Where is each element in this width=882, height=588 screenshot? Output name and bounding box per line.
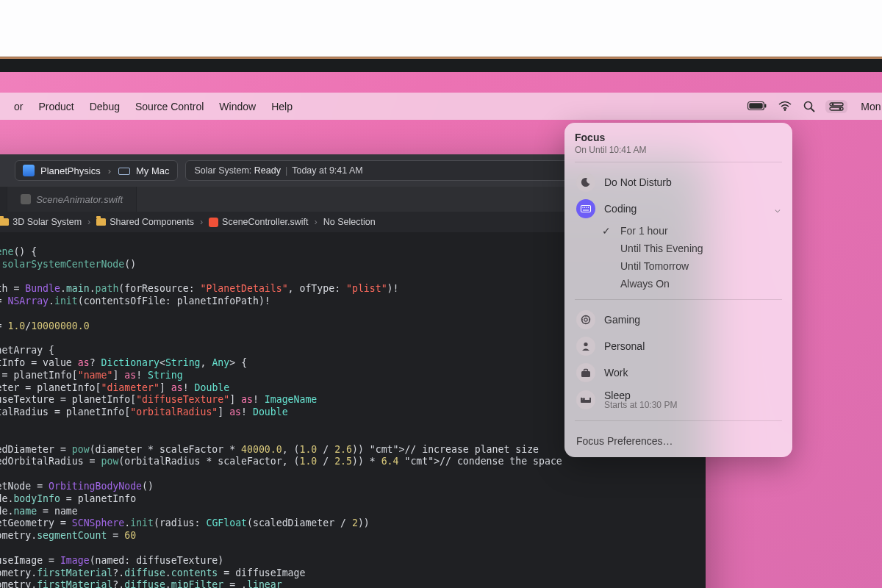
folder-icon [96, 218, 106, 226]
focus-mode-gaming[interactable]: Gaming [575, 306, 782, 333]
menu-help[interactable]: Help [271, 101, 293, 112]
breadcrumb-item[interactable]: No Selection [323, 217, 376, 227]
focus-dnd-label: Do Not Disturb [604, 176, 672, 188]
focus-mode-personal[interactable]: Personal [575, 333, 782, 359]
focus-mode-label: Work [604, 367, 628, 379]
svg-point-17 [588, 207, 589, 208]
svg-point-9 [839, 107, 842, 110]
focus-mode-work[interactable]: Work [575, 359, 782, 386]
focus-duration-label: Always On [620, 278, 670, 290]
focus-duration-label: Until This Evening [620, 243, 703, 254]
svg-rect-29 [589, 398, 591, 401]
activity-viewer: Solar System: Ready | Today at 9:41 AM [185, 160, 597, 181]
focus-dnd[interactable]: Do Not Disturb [575, 169, 782, 196]
svg-rect-25 [581, 371, 590, 377]
breadcrumb-label: No Selection [323, 217, 376, 227]
focus-duration-label: Until Tomorrow [620, 260, 689, 272]
gaming-icon [576, 310, 595, 329]
personal-icon [576, 337, 595, 356]
svg-point-24 [584, 343, 587, 346]
spotlight-icon[interactable] [803, 101, 815, 112]
tab-label: SceneAnimator.swift [36, 194, 123, 205]
focus-active-label: Coding [604, 203, 637, 215]
svg-rect-12 [581, 206, 591, 212]
svg-rect-1 [750, 103, 763, 108]
focus-preferences[interactable]: Focus Preferences… [575, 428, 782, 450]
scheme-target: PlanetPhysics [40, 165, 101, 176]
checkmark-icon: ✓ [600, 225, 613, 237]
menu-source-control[interactable]: Source Control [135, 101, 204, 112]
svg-rect-30 [582, 398, 585, 401]
breadcrumb-item[interactable]: Shared Components [96, 217, 194, 227]
menu-or[interactable]: or [14, 101, 23, 112]
sleep-icon [576, 390, 595, 409]
moon-icon [576, 173, 595, 192]
svg-point-3 [784, 109, 786, 111]
swift-icon [21, 194, 31, 204]
desktop: orProductDebugSource ControlWindowHelp M… [0, 93, 882, 588]
menu-window[interactable]: Window [219, 101, 256, 112]
svg-point-18 [582, 316, 590, 324]
scheme-destination: My Mac [136, 165, 170, 176]
activity-timestamp: Today at 9:41 AM [292, 165, 363, 176]
battery-icon[interactable] [747, 101, 767, 111]
menubar-date[interactable]: Mon Jun 7 [858, 101, 882, 112]
svg-point-4 [805, 101, 812, 109]
focus-duration-option[interactable]: Always On [597, 275, 782, 293]
menu-debug[interactable]: Debug [90, 101, 120, 112]
focus-popover: Focus On Until 10:41 AM Do Not Disturb C… [564, 123, 792, 457]
work-icon [576, 363, 595, 382]
scheme-selector[interactable]: PlanetPhysics My Mac [15, 160, 178, 181]
focus-subtitle: On Until 10:41 AM [575, 145, 782, 155]
svg-line-5 [811, 108, 815, 112]
focus-duration-option[interactable]: Until Tomorrow [597, 257, 782, 275]
menubar: orProductDebugSource ControlWindowHelp M… [0, 93, 882, 120]
focus-mode-sleep[interactable]: SleepStarts at 10:30 PM [575, 386, 782, 414]
activity-project: Solar System: [195, 165, 252, 176]
svg-point-15 [584, 207, 585, 208]
wifi-icon[interactable] [778, 101, 792, 111]
laptop-bezel: orProductDebugSource ControlWindowHelp M… [0, 59, 882, 588]
svg-point-19 [584, 318, 587, 321]
control-center-icon[interactable] [825, 100, 847, 113]
focus-duration-label: For 1 hour [620, 225, 668, 237]
focus-mode-coding[interactable]: Coding ⌵ [575, 196, 782, 222]
chevron-down-icon: ⌵ [775, 204, 781, 215]
folder-icon [0, 218, 9, 226]
breadcrumb-item[interactable]: SceneController.swift [209, 217, 308, 227]
focus-mode-sub: Starts at 10:30 PM [604, 400, 677, 410]
keyboard-icon [576, 199, 595, 218]
breadcrumb-label: Shared Components [110, 217, 194, 227]
activity-status: Ready [254, 165, 281, 176]
svg-rect-26 [584, 369, 588, 371]
svg-rect-2 [765, 104, 767, 108]
breadcrumb-item[interactable]: 3D Solar System [0, 217, 82, 227]
svg-rect-27 [581, 400, 591, 403]
swift-icon [209, 218, 218, 227]
focus-duration-option[interactable]: Until This Evening [597, 240, 782, 257]
focus-duration-option[interactable]: ✓For 1 hour [597, 222, 782, 240]
destination-icon [118, 168, 130, 175]
focus-title: Focus [575, 132, 782, 143]
svg-point-16 [586, 207, 587, 208]
focus-mode-label: Personal [604, 340, 645, 352]
breadcrumb-label: 3D Solar System [12, 217, 82, 227]
menu-product[interactable]: Product [38, 101, 74, 112]
tab-scenecontroller[interactable]: SceneController.swift [0, 187, 7, 212]
svg-point-14 [582, 207, 583, 208]
svg-rect-28 [581, 398, 582, 401]
focus-mode-label: Gaming [604, 314, 640, 326]
breadcrumb-label: SceneController.swift [222, 217, 308, 227]
svg-point-7 [832, 103, 834, 105]
tab-sceneanimator[interactable]: SceneAnimator.swift [7, 187, 137, 212]
product-icon [23, 165, 35, 176]
